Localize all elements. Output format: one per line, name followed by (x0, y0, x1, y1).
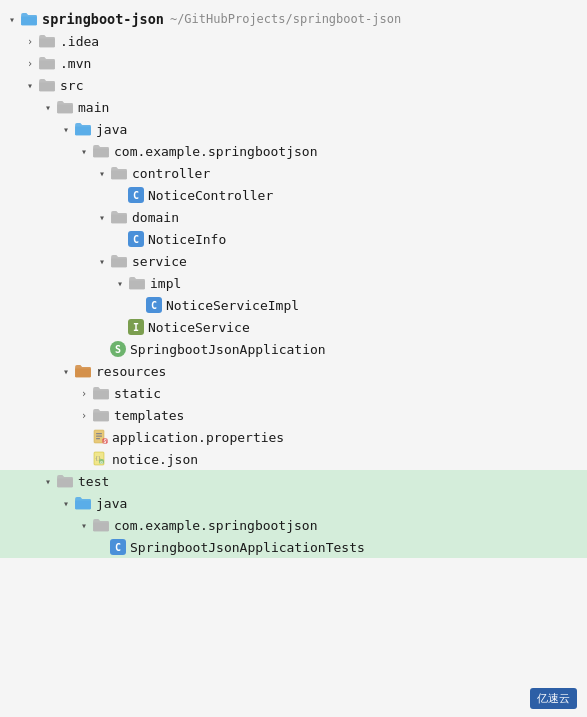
item-label: main (78, 100, 109, 115)
expand-arrow[interactable] (94, 539, 110, 555)
file-tree[interactable]: springboot-json~/GitHubProjects/springbo… (0, 0, 587, 717)
item-label: notice.json (112, 452, 198, 467)
root-path: ~/GitHubProjects/springboot-json (170, 12, 401, 26)
file-icon (56, 100, 74, 114)
expand-arrow[interactable] (94, 253, 110, 269)
expand-arrow[interactable] (76, 407, 92, 423)
file-icon (92, 408, 110, 422)
svg-rect-3 (96, 438, 100, 439)
tree-item-java[interactable]: java (0, 118, 587, 140)
item-label: springboot-json (42, 11, 164, 27)
expand-arrow[interactable] (58, 121, 74, 137)
file-icon: C (128, 187, 144, 203)
svg-text:⚙: ⚙ (100, 459, 103, 465)
item-label: templates (114, 408, 184, 423)
tree-item-templates[interactable]: templates (0, 404, 587, 426)
item-label: .mvn (60, 56, 91, 71)
file-icon (74, 496, 92, 510)
file-icon (74, 364, 92, 378)
file-icon (110, 166, 128, 180)
item-label: domain (132, 210, 179, 225)
svg-rect-1 (96, 433, 102, 434)
expand-arrow[interactable] (76, 451, 92, 467)
expand-arrow[interactable] (112, 187, 128, 203)
file-icon (92, 386, 110, 400)
file-icon (92, 144, 110, 158)
tree-item-NoticeService[interactable]: INoticeService (0, 316, 587, 338)
file-icon (128, 276, 146, 290)
tree-item-test[interactable]: test (0, 470, 587, 492)
tree-item-NoticeServiceImpl[interactable]: CNoticeServiceImpl (0, 294, 587, 316)
expand-arrow[interactable] (130, 297, 146, 313)
item-label: NoticeInfo (148, 232, 226, 247)
item-label: NoticeController (148, 188, 273, 203)
file-icon (20, 12, 38, 26)
tree-item-static[interactable]: static (0, 382, 587, 404)
file-icon (38, 56, 56, 70)
file-icon: S (110, 341, 126, 357)
expand-arrow[interactable] (58, 495, 74, 511)
expand-arrow[interactable] (4, 11, 20, 27)
tree-item-NoticeInfo[interactable]: CNoticeInfo (0, 228, 587, 250)
expand-arrow[interactable] (112, 231, 128, 247)
file-icon: C (110, 539, 126, 555)
expand-arrow[interactable] (112, 319, 128, 335)
item-label: java (96, 496, 127, 511)
item-label: NoticeServiceImpl (166, 298, 299, 313)
file-icon: C (146, 297, 162, 313)
tree-item-testcom[interactable]: com.example.springbootjson (0, 514, 587, 536)
tree-item-NoticeController[interactable]: CNoticeController (0, 184, 587, 206)
file-icon: S (92, 429, 108, 445)
expand-arrow[interactable] (58, 363, 74, 379)
tree-item-SpringbootJsonApp[interactable]: SSpringbootJsonApplication (0, 338, 587, 360)
expand-arrow[interactable] (76, 517, 92, 533)
file-icon (74, 122, 92, 136)
tree-item-domain[interactable]: domain (0, 206, 587, 228)
svg-rect-2 (96, 436, 102, 437)
tree-item-main[interactable]: main (0, 96, 587, 118)
expand-arrow[interactable] (76, 143, 92, 159)
tree-item-com[interactable]: com.example.springbootjson (0, 140, 587, 162)
tree-item-appprops[interactable]: S application.properties (0, 426, 587, 448)
file-icon: I (128, 319, 144, 335)
expand-arrow[interactable] (94, 341, 110, 357)
tree-item-src[interactable]: src (0, 74, 587, 96)
item-label: src (60, 78, 83, 93)
file-icon: {} ⚙ (92, 451, 108, 467)
file-icon (110, 254, 128, 268)
expand-arrow[interactable] (76, 429, 92, 445)
file-icon (92, 518, 110, 532)
tree-item-noticejson[interactable]: {} ⚙ notice.json (0, 448, 587, 470)
tree-item-root[interactable]: springboot-json~/GitHubProjects/springbo… (0, 8, 587, 30)
tree-item-resources[interactable]: resources (0, 360, 587, 382)
expand-arrow[interactable] (94, 165, 110, 181)
item-label: service (132, 254, 187, 269)
file-icon (56, 474, 74, 488)
tree-item-mvn[interactable]: .mvn (0, 52, 587, 74)
expand-arrow[interactable] (76, 385, 92, 401)
expand-arrow[interactable] (40, 99, 56, 115)
tree-item-service[interactable]: service (0, 250, 587, 272)
expand-arrow[interactable] (94, 209, 110, 225)
item-label: NoticeService (148, 320, 250, 335)
expand-arrow[interactable] (22, 33, 38, 49)
file-icon: C (128, 231, 144, 247)
item-label: impl (150, 276, 181, 291)
tree-item-idea[interactable]: .idea (0, 30, 587, 52)
svg-text:S: S (104, 438, 107, 444)
item-label: SpringbootJsonApplicationTests (130, 540, 365, 555)
tree-item-testjava[interactable]: java (0, 492, 587, 514)
expand-arrow[interactable] (22, 77, 38, 93)
file-icon (38, 34, 56, 48)
item-label: java (96, 122, 127, 137)
expand-arrow[interactable] (112, 275, 128, 291)
item-label: com.example.springbootjson (114, 144, 318, 159)
tree-item-impl[interactable]: impl (0, 272, 587, 294)
expand-arrow[interactable] (22, 55, 38, 71)
expand-arrow[interactable] (40, 473, 56, 489)
item-label: application.properties (112, 430, 284, 445)
item-label: static (114, 386, 161, 401)
item-label: controller (132, 166, 210, 181)
tree-item-controller[interactable]: controller (0, 162, 587, 184)
tree-item-SpringbootTests[interactable]: CSpringbootJsonApplicationTests (0, 536, 587, 558)
